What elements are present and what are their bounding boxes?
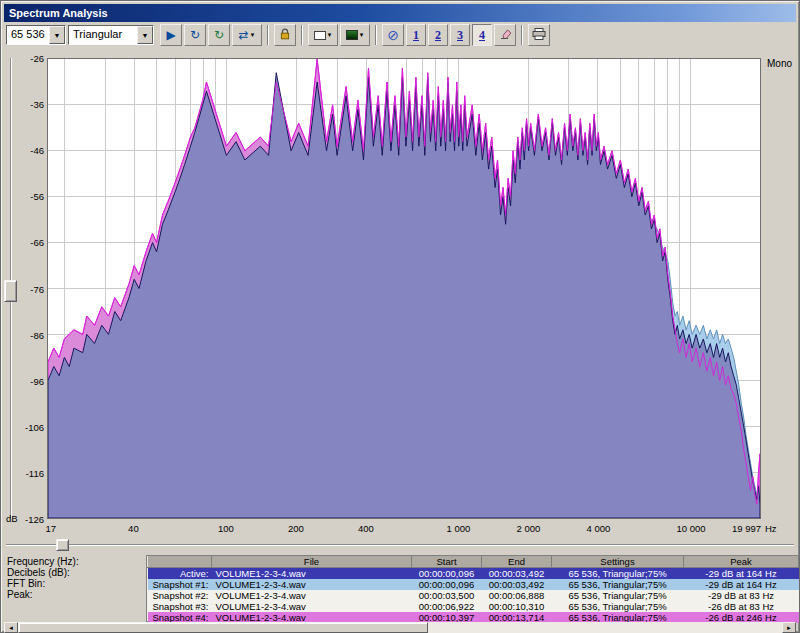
cell-settings[interactable]: 65 536, Triangular;75% — [552, 568, 684, 580]
erase-snapshot-button[interactable] — [494, 24, 516, 46]
toolbar: 65 536 ▼ Triangular ▼ ▶ ↻ ↻ ⇄ ▼ ▼ ▼ ⊘ 1 — [4, 22, 796, 48]
scroll-right-button[interactable]: ► — [782, 622, 796, 633]
monitor-button[interactable]: ▶ — [160, 24, 182, 46]
snapshot-3-button[interactable]: 3 — [450, 24, 470, 46]
peak-readout-label: Peak: — [7, 589, 79, 600]
cell-peak[interactable]: -26 dB at 83 Hz — [684, 601, 799, 612]
graph-type-button[interactable]: ▼ — [308, 24, 338, 46]
x-tick-label: 10 000 — [676, 523, 705, 534]
snapshot-4-label: 4 — [479, 28, 485, 43]
play-icon: ▶ — [166, 29, 175, 41]
column-header: Peak — [684, 556, 799, 568]
y-tick-label: -76 — [30, 283, 44, 294]
snapshot-4-button[interactable]: 4 — [472, 24, 492, 46]
cell-peak[interactable]: -29 dB at 164 Hz — [684, 568, 799, 580]
toolbar-separator — [301, 25, 303, 45]
snapshot-table-grid: FileStartEndSettingsPeak Active:VOLUME1-… — [147, 556, 799, 623]
spectrum-svg — [48, 59, 760, 518]
row-label[interactable]: Snapshot #1: — [148, 579, 212, 590]
arrow-left-icon: ◄ — [8, 625, 14, 631]
title-bar[interactable]: Spectrum Analysis — [4, 4, 796, 22]
cell-start[interactable]: 00:00:00,096 — [412, 579, 482, 590]
table-row[interactable]: Active:VOLUME1-2-3-4.wav00:00:00,09600:0… — [148, 568, 799, 580]
color-swatch-icon — [346, 30, 358, 40]
cell-start[interactable]: 00:00:06,922 — [412, 601, 482, 612]
x-tick-label: 200 — [288, 523, 304, 534]
cell-end[interactable]: 00:00:06,888 — [482, 590, 552, 601]
lock-button[interactable] — [274, 24, 296, 46]
cell-file[interactable]: VOLUME1-2-3-4.wav — [212, 590, 412, 601]
decibels-readout-label: Decibels (dB): — [7, 567, 79, 578]
snapshot-1-label: 1 — [413, 28, 419, 43]
x-tick-label: 40 — [128, 523, 139, 534]
channel-label: Mono — [767, 58, 792, 69]
sync-options-button[interactable]: ⇄ ▼ — [232, 24, 262, 46]
window-title: Spectrum Analysis — [9, 7, 108, 19]
bottom-scrollbar[interactable]: ◄ ► — [4, 622, 796, 633]
fft-size-combobox[interactable]: 65 536 ▼ — [6, 25, 66, 45]
cursor-readouts: Frequency (Hz): Decibels (dB): FFT Bin: … — [7, 556, 79, 600]
snapshot-table: FileStartEndSettingsPeak Active:VOLUME1-… — [146, 555, 799, 622]
y-tick-label: -26 — [30, 53, 44, 64]
cell-start[interactable]: 00:00:03,500 — [412, 590, 482, 601]
cell-peak[interactable]: -29 dB at 164 Hz — [684, 579, 799, 590]
hide-overlays-button[interactable]: ⊘ — [382, 24, 404, 46]
refresh-icon: ↻ — [190, 29, 200, 41]
column-header: Start — [412, 556, 482, 568]
cell-peak[interactable]: -29 dB at 83 Hz — [684, 590, 799, 601]
x-tick-label: 1 000 — [447, 523, 471, 534]
hz-axis-unit-label: Hz — [765, 523, 777, 534]
arrow-right-icon: ► — [786, 625, 792, 631]
row-label[interactable]: Active: — [148, 568, 212, 580]
y-tick-label: -86 — [30, 329, 44, 340]
scroll-left-button[interactable]: ◄ — [4, 622, 18, 633]
snapshot-3-label: 3 — [457, 28, 463, 43]
chevron-down-icon: ▼ — [54, 32, 61, 39]
horizontal-zoom-slider[interactable] — [4, 538, 796, 552]
fft-size-value: 65 536 — [7, 26, 49, 44]
sync-arrows-icon: ⇄ — [238, 29, 248, 41]
cell-start[interactable]: 00:00:00,096 — [412, 568, 482, 580]
x-tick-label: 400 — [358, 523, 374, 534]
y-tick-label: -116 — [26, 467, 44, 478]
scrollbar-thumb[interactable] — [18, 622, 428, 633]
auto-refresh-button[interactable]: ↻ — [208, 24, 230, 46]
cell-settings[interactable]: 65 536, Triangular;75% — [552, 579, 684, 590]
print-button[interactable] — [528, 24, 550, 46]
spectrum-plot[interactable] — [47, 58, 761, 519]
snapshot-2-button[interactable]: 2 — [428, 24, 448, 46]
cell-file[interactable]: VOLUME1-2-3-4.wav — [212, 579, 412, 590]
refresh-button[interactable]: ↻ — [184, 24, 206, 46]
cell-end[interactable]: 00:00:03,492 — [482, 579, 552, 590]
cell-file[interactable]: VOLUME1-2-3-4.wav — [212, 568, 412, 580]
toolbar-separator — [375, 25, 377, 45]
chevron-down-icon: ▼ — [359, 32, 365, 38]
cell-end[interactable]: 00:00:03,492 — [482, 568, 552, 580]
fft-size-dropdown-button[interactable]: ▼ — [49, 26, 65, 44]
cell-settings[interactable]: 65 536, Triangular;75% — [552, 601, 684, 612]
eraser-icon — [499, 28, 512, 42]
y-axis-labels: -26-36-46-56-66-76-86-96-106-116-126 — [15, 58, 44, 519]
chevron-down-icon: ▼ — [327, 32, 333, 38]
cell-settings[interactable]: 65 536, Triangular;75% — [552, 590, 684, 601]
row-label[interactable]: Snapshot #2: — [148, 590, 212, 601]
snapshot-2-label: 2 — [435, 28, 441, 43]
color-picker-button[interactable]: ▼ — [340, 24, 370, 46]
table-row[interactable]: Snapshot #1:VOLUME1-2-3-4.wav00:00:00,09… — [148, 579, 799, 590]
window-type-dropdown-button[interactable]: ▼ — [137, 26, 153, 44]
horizontal-slider-thumb[interactable] — [56, 539, 69, 551]
window-type-combobox[interactable]: Triangular ▼ — [68, 25, 154, 45]
fft-bin-readout-label: FFT Bin: — [7, 578, 79, 589]
y-tick-label: -36 — [30, 99, 44, 110]
y-tick-label: -66 — [30, 237, 44, 248]
header-spacer — [148, 556, 212, 568]
horizontal-slider-track[interactable] — [6, 544, 794, 546]
snapshot-1-button[interactable]: 1 — [406, 24, 426, 46]
cell-file[interactable]: VOLUME1-2-3-4.wav — [212, 601, 412, 612]
cell-end[interactable]: 00:00:10,310 — [482, 601, 552, 612]
db-axis-unit-label: dB — [6, 513, 18, 524]
row-label[interactable]: Snapshot #3: — [148, 601, 212, 612]
table-row[interactable]: Snapshot #2:VOLUME1-2-3-4.wav00:00:03,50… — [148, 590, 799, 601]
y-tick-label: -46 — [30, 145, 44, 156]
table-row[interactable]: Snapshot #3:VOLUME1-2-3-4.wav00:00:06,92… — [148, 601, 799, 612]
